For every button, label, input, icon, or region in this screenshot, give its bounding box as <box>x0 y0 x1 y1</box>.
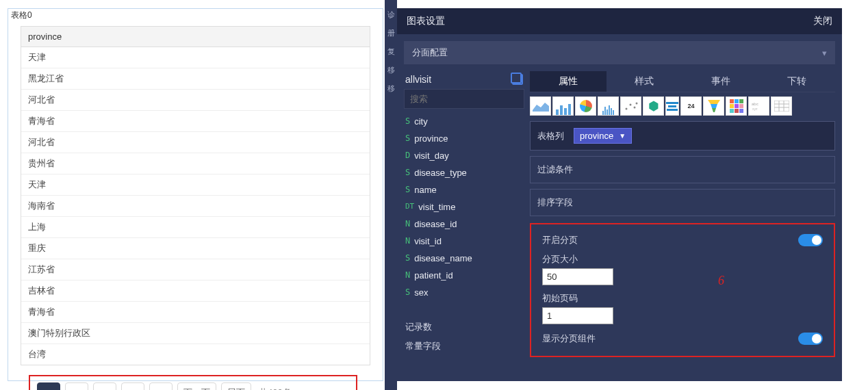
chart-type-scatter-icon[interactable] <box>620 96 641 116</box>
field-item[interactable]: Ssex <box>404 284 524 301</box>
chart-type-wordcloud-icon[interactable]: abcxyz <box>748 96 769 116</box>
page-size-input[interactable] <box>542 268 613 285</box>
field-type-badge: S <box>405 287 410 298</box>
chart-type-area-icon[interactable] <box>530 96 551 116</box>
field-name: disease_name <box>414 253 472 263</box>
copy-icon[interactable] <box>512 74 523 85</box>
extra-const-field[interactable]: 常量字段 <box>404 337 524 356</box>
chart-type-bar-icon[interactable] <box>552 96 574 116</box>
tab-bar: 属性 样式 事件 下转 <box>530 71 835 92</box>
sort-label: 排序字段 <box>537 197 573 207</box>
chart-type-kpi-icon[interactable]: 24 <box>680 96 702 116</box>
field-type-badge: S <box>405 133 410 144</box>
strip-item[interactable]: 移 <box>387 83 395 94</box>
page-number-button[interactable]: 3 <box>93 382 116 390</box>
pagination: 12345 下一页 尾页 共400条 <box>29 375 357 390</box>
chart-type-hbar-icon[interactable] <box>665 96 679 116</box>
page-number-button[interactable]: 1 <box>37 382 60 390</box>
table-row[interactable]: 江苏省 <box>21 259 370 281</box>
field-name: sex <box>414 287 428 298</box>
chevron-down-icon: ▼ <box>619 132 626 140</box>
field-name: city <box>414 116 428 127</box>
table-row[interactable]: 澳门特别行政区 <box>21 323 370 344</box>
field-type-badge: S <box>405 116 410 127</box>
panel-header: 图表设置 关闭 <box>397 8 842 34</box>
table-column-prop: 表格列 province ▼ <box>530 121 835 151</box>
chart-type-histogram-icon[interactable] <box>598 96 619 116</box>
table-row[interactable]: 青海省 <box>21 111 370 132</box>
table-title: 表格0 <box>8 9 383 22</box>
table-row[interactable]: 吉林省 <box>21 281 370 302</box>
strip-item[interactable]: 册 <box>387 28 395 38</box>
chart-type-funnel-icon[interactable] <box>703 96 724 116</box>
table-row[interactable]: 天津 <box>21 47 370 68</box>
table-row[interactable]: 海南省 <box>21 196 370 217</box>
facet-config-dropdown[interactable]: 分面配置 ▾ <box>404 41 835 64</box>
field-name: province <box>414 133 448 144</box>
page-number-button[interactable]: 2 <box>65 382 88 390</box>
field-name: name <box>414 185 437 195</box>
svg-text:abc: abc <box>752 102 758 106</box>
enable-paging-toggle[interactable] <box>798 234 823 246</box>
field-type-badge: S <box>405 168 410 178</box>
table-widget: 表格0 province 天津黑龙江省河北省青海省河北省贵州省天津海南省上海重庆… <box>8 8 383 381</box>
init-page-input[interactable] <box>542 307 613 324</box>
field-type-badge: N <box>405 236 410 246</box>
field-item[interactable]: Dvisit_day <box>404 147 524 164</box>
table-row[interactable]: 河北省 <box>21 132 370 153</box>
field-item[interactable]: Ndisease_id <box>404 216 524 233</box>
field-item[interactable]: Npatient_id <box>404 267 524 284</box>
field-item[interactable]: Sdisease_type <box>404 164 524 181</box>
table-header[interactable]: province <box>21 27 370 47</box>
chart-type-picker: ⬢ 24 abcxyz <box>530 96 835 116</box>
extra-record-count[interactable]: 记录数 <box>404 317 524 337</box>
sort-field-box[interactable]: 排序字段 <box>530 189 835 216</box>
field-search-input[interactable] <box>404 89 524 109</box>
chart-type-pie-icon[interactable] <box>575 96 596 116</box>
field-item[interactable]: Sprovince <box>404 130 524 147</box>
tab-events[interactable]: 事件 <box>682 71 759 92</box>
table-row[interactable]: 黑龙江省 <box>21 68 370 90</box>
show-paging-widget-toggle[interactable] <box>798 333 823 345</box>
strip-item[interactable]: 诊 <box>387 10 395 20</box>
facet-label: 分面配置 <box>412 47 448 59</box>
field-name: visit_id <box>414 236 442 246</box>
table-col-chip[interactable]: province ▼ <box>574 128 632 144</box>
table-row[interactable]: 上海 <box>21 217 370 238</box>
page-last-button[interactable]: 尾页 <box>221 382 251 390</box>
strip-item[interactable]: 移 <box>387 65 395 75</box>
field-type-badge: S <box>405 253 410 263</box>
tab-attributes[interactable]: 属性 <box>530 71 607 92</box>
table-row[interactable]: 河北省 <box>21 90 370 111</box>
datasource-name[interactable]: allvisit <box>405 74 431 85</box>
chart-type-treemap-icon[interactable] <box>726 96 747 116</box>
tab-drilldown[interactable]: 下转 <box>759 71 836 92</box>
table-row[interactable]: 贵州省 <box>21 153 370 174</box>
filter-condition-box[interactable]: 过滤条件 <box>530 156 835 183</box>
page-number-button[interactable]: 5 <box>149 382 173 390</box>
field-name: disease_id <box>414 219 457 229</box>
field-item[interactable]: Scity <box>404 113 524 130</box>
strip-item[interactable]: 复 <box>387 47 395 57</box>
table-row[interactable]: 天津 <box>21 174 370 196</box>
chart-settings-panel: 图表设置 关闭 分面配置 ▾ allvisit ScitySprovinceDv… <box>397 8 842 381</box>
field-type-badge: S <box>405 185 410 195</box>
show-paging-widget-label: 显示分页组件 <box>542 333 596 345</box>
chart-type-table-icon[interactable] <box>771 96 792 116</box>
table-row[interactable]: 台湾 <box>21 344 370 365</box>
field-item[interactable]: Nvisit_id <box>404 233 524 250</box>
chevron-down-icon: ▾ <box>822 48 827 58</box>
field-type-badge: N <box>405 270 410 281</box>
field-item[interactable]: Sdisease_name <box>404 250 524 267</box>
field-item[interactable]: DTvisit_time <box>404 198 524 216</box>
table-row[interactable]: 重庆 <box>21 238 370 259</box>
page-number-button[interactable]: 4 <box>121 382 144 390</box>
close-button[interactable]: 关闭 <box>813 15 832 27</box>
table-row[interactable]: 青海省 <box>21 302 370 323</box>
field-item[interactable]: Sname <box>404 181 524 198</box>
chart-type-polygon-icon[interactable]: ⬢ <box>643 96 664 116</box>
field-type-badge: D <box>405 151 410 161</box>
tab-style[interactable]: 样式 <box>607 71 683 92</box>
field-name: disease_type <box>414 168 467 178</box>
page-next-button[interactable]: 下一页 <box>177 382 216 390</box>
